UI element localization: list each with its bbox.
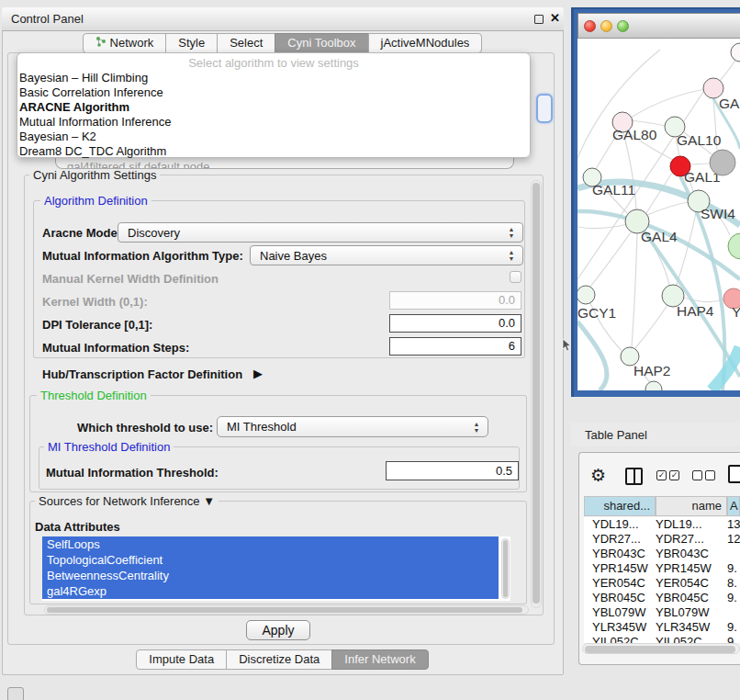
network-canvas[interactable]: GALGAL80GAL10GAL1GAL11SWI4GAL4GCY1HAP4YH… [577,39,740,390]
float-panel-icon[interactable] [534,15,544,24]
tab-style[interactable]: Style [165,33,218,53]
network-edge[interactable] [647,202,688,215]
network-node-label: GAL4 [641,229,678,244]
network-edge[interactable] [623,132,636,209]
kernel-width-field[interactable]: 0.0 [389,291,521,310]
close-window-button[interactable] [584,20,596,32]
column-header-name[interactable]: name [656,496,727,516]
horizontal-scrollbar-thumb[interactable] [47,607,522,613]
dropdown-item-selected[interactable]: ARACNE Algorithm [19,100,129,115]
aracne-mode-combo[interactable]: Discovery ▲▼ [118,222,523,243]
table-row[interactable]: YLR345WYLR345W9. [584,620,740,635]
network-tab-icon [95,34,107,52]
deselect-all-checkbox-icon[interactable] [705,470,715,480]
select-all-checkbox-icon[interactable]: ✓ [669,470,679,480]
combo-spinner-icon: ▲▼ [472,421,481,434]
bottom-tab-bar: Impute Data Discretize Data Infer Networ… [2,649,564,670]
network-node-label: GAL11 [592,182,635,198]
network-node-label: GAL80 [612,127,657,142]
tab-jactivemnodules[interactable]: jActiveMNodules [368,33,483,53]
table-horizontal-scrollbar[interactable] [582,643,740,654]
dropdown-item[interactable]: Bayesian – K2 [19,130,96,144]
algorithm-dropdown: Select algorithm to view settings Bayesi… [17,52,531,158]
network-node[interactable] [710,150,735,175]
data-attributes-label: Data Attributes [35,520,120,534]
attributes-scrollbar-thumb[interactable] [503,540,508,597]
network-node[interactable] [645,381,662,390]
settings-horizontal-scrollbar[interactable] [44,605,529,615]
table-scrollbar-thumb[interactable] [585,646,735,653]
deselect-all-checkbox-icon[interactable] [692,470,702,480]
mi-steps-field[interactable]: 6 [389,337,521,356]
settings-vertical-scrollbar[interactable] [531,180,542,608]
collapsed-panel-chip[interactable] [7,687,24,700]
sources-collapse-icon[interactable]: ▼ [203,494,215,508]
table-row[interactable]: YBR043CYBR043C [584,547,740,561]
document-icon[interactable] [728,465,740,483]
node-table[interactable]: YDL19...YDL19...13 YDR27...YDR27...12 YB… [584,517,740,643]
select-all-checkbox-icon[interactable]: ✓ [656,470,667,480]
network-node[interactable] [728,233,740,259]
tab-discretize-data[interactable]: Discretize Data [226,649,332,670]
network-node-label: SWI4 [701,206,735,221]
tab-network[interactable]: Network [83,33,167,53]
tab-select[interactable]: Select [217,33,275,53]
table-row[interactable]: YDR27...YDR27...12 [584,532,740,547]
network-node-label: Y [732,304,740,320]
control-panel-tab-bar: Network Style Select Cyni Toolbox jActiv… [2,33,564,53]
network-edge[interactable] [632,233,637,347]
list-item[interactable]: gal4RGexp [42,583,499,599]
list-item[interactable]: BetweennessCentrality [42,568,499,583]
data-attributes-list[interactable]: SelfLoops TopologicalCoefficient Between… [42,536,510,601]
dropdown-prompt: Select algorithm to view settings [17,56,530,70]
close-icon[interactable]: ✕ [550,11,560,25]
which-threshold-combo[interactable]: MI Threshold ▲▼ [217,416,488,437]
manual-kernel-checkbox[interactable] [510,271,521,283]
network-node[interactable] [577,286,595,304]
network-edge[interactable] [577,322,607,390]
column-header-shared[interactable]: shared... [584,496,656,516]
algorithm-combo-fragment[interactable] [536,94,553,123]
table-row[interactable]: YBR045CYBR045C9. [584,591,740,605]
network-edge[interactable] [590,232,631,287]
network-selector-combo-partial[interactable]: gal4filtered.sif default node [55,157,514,169]
zoom-window-button[interactable] [617,20,629,32]
table-row[interactable]: YBL079WYBL079W [584,605,740,620]
kernel-width-label: Kernel Width (0,1): [42,295,148,309]
table-row[interactable]: YIL052CYIL052C9. [584,635,740,643]
apply-button[interactable]: Apply [246,620,310,640]
gear-icon[interactable]: ⚙ [590,465,606,486]
sources-group-title: Sources for Network Inference ▼ [35,494,219,508]
dropdown-item[interactable]: Bayesian – Hill Climbing [19,71,148,85]
settings-scrollbar-thumb[interactable] [533,183,540,604]
mi-type-combo[interactable]: Naive Bayes ▲▼ [250,245,523,265]
dropdown-item[interactable]: Dream8 DC_TDC Algorithm [19,144,166,159]
minimize-window-button[interactable] [600,20,612,32]
dropdown-item[interactable]: Basic Correlation Inference [19,85,163,100]
network-edge[interactable] [690,164,710,164]
dpi-tolerance-label: DPI Tolerance [0,1]: [42,318,152,332]
mi-threshold-field[interactable]: 0.5 [386,461,519,480]
column-header-partial[interactable]: A [727,496,740,516]
network-edge[interactable] [631,120,666,126]
table-row[interactable]: YPR145WYPR145W9. [584,561,740,576]
network-node-label: GCY1 [577,305,616,321]
dropdown-item[interactable]: Mutual Information Inference [19,115,171,130]
table-row[interactable]: YDL19...YDL19...13 [584,517,740,532]
table-row[interactable]: YER054CYER054C8. [584,576,740,591]
dpi-tolerance-field[interactable]: 0.0 [389,314,521,333]
network-node-label: GAL [719,96,740,111]
network-edge[interactable] [635,305,667,348]
network-node[interactable] [731,43,740,62]
tab-infer-network[interactable]: Infer Network [331,649,428,670]
tab-impute-data[interactable]: Impute Data [136,649,227,670]
tab-cyni-toolbox[interactable]: Cyni Toolbox [275,33,368,53]
hub-expand-icon[interactable]: ▶ [253,367,263,380]
attributes-list-scrollbar[interactable] [501,538,510,599]
list-item[interactable]: TopologicalCoefficient [42,552,499,568]
network-edge[interactable] [631,88,713,118]
manual-kernel-label: Manual Kernel Width Definition [42,272,219,286]
split-pane-icon[interactable] [625,468,643,485]
tab-network-label: Network [110,34,154,52]
list-item[interactable]: SelfLoops [42,536,499,552]
